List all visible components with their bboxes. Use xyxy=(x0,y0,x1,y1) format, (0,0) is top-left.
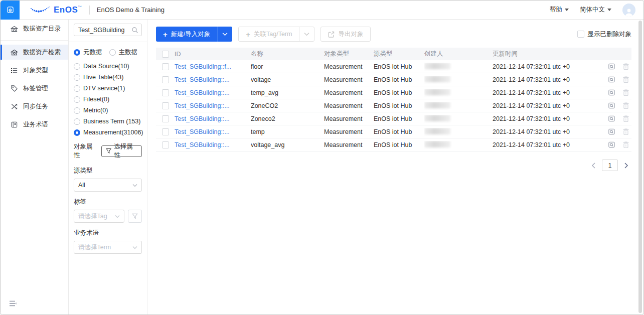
sidebar-item-label: 同步任务 xyxy=(23,102,48,111)
radio-business-term[interactable]: Business Term (153) xyxy=(74,116,142,126)
chevron-left-icon xyxy=(591,163,596,169)
preview-icon xyxy=(608,115,615,122)
row-id-link[interactable]: Test_SGBuilding::f... xyxy=(175,63,251,70)
show-deleted-checkbox[interactable] xyxy=(577,31,584,38)
page-number-input[interactable]: 1 xyxy=(602,160,618,171)
toolbar: +新建/导入对象 +关联Tag/Term 导出对象 显示已删除对象 xyxy=(156,27,631,42)
chevron-down-icon xyxy=(222,32,228,36)
view-detail-button[interactable] xyxy=(608,63,615,70)
create-import-label: 新建/导入对象 xyxy=(171,30,210,39)
row-checkbox[interactable] xyxy=(162,115,169,122)
next-page-button[interactable] xyxy=(623,162,629,170)
radio-icon xyxy=(74,118,80,125)
row-id-link[interactable]: Test_SGBuilding::... xyxy=(175,141,251,148)
radio-hive-table[interactable]: Hive Table(43) xyxy=(74,72,142,82)
view-detail-button[interactable] xyxy=(608,115,615,122)
row-object-type: Measurement xyxy=(324,128,374,135)
sidebar-item-label: 数据资产检索 xyxy=(23,48,61,57)
delete-button[interactable] xyxy=(622,128,629,135)
select-all-checkbox[interactable] xyxy=(162,51,169,58)
sidebar-item-data-asset-search[interactable]: 数据资产检索 xyxy=(1,45,68,60)
view-detail-button[interactable] xyxy=(608,76,615,83)
export-objects-button[interactable]: 导出对象 xyxy=(320,27,371,42)
search-input[interactable] xyxy=(78,27,130,34)
redacted-creator xyxy=(424,63,450,69)
view-detail-button[interactable] xyxy=(608,102,615,109)
view-detail-button[interactable] xyxy=(608,141,615,148)
row-object-type: Measurement xyxy=(324,76,374,83)
create-import-dropdown[interactable] xyxy=(217,27,232,42)
sidebar-item-sync-task[interactable]: 同步任务 xyxy=(1,99,68,114)
help-menu[interactable]: 帮助 xyxy=(550,6,569,14)
tag-select[interactable]: 请选择Tag xyxy=(74,210,124,223)
row-name: ZoneCO2 xyxy=(251,102,324,109)
objects-table: ID 名称 对象类型 源类型 创建人 更新时间 Test_SGBuilding:… xyxy=(156,48,631,151)
row-checkbox[interactable] xyxy=(162,76,169,83)
redacted-creator xyxy=(424,76,450,82)
enos-logo: EnOS™ xyxy=(30,5,82,15)
radio-data-source[interactable]: Data Source(10) xyxy=(74,61,142,71)
top-header: EnOS™ EnOS Demo & Training 帮助 简体中文 xyxy=(1,1,643,20)
radio-measurement[interactable]: Measurement(31006) xyxy=(74,127,142,137)
delete-button[interactable] xyxy=(622,76,629,83)
sidebar-item-data-asset-catalog[interactable]: 数据资产目录 xyxy=(1,21,68,36)
sidebar-item-object-type[interactable]: 对象类型 xyxy=(1,63,68,78)
row-source-type: EnOS iot Hub xyxy=(374,141,424,148)
row-name: voltage_avg xyxy=(251,141,324,148)
business-term-select[interactable]: 请选择Term xyxy=(74,241,142,254)
row-id-link[interactable]: Test_SGBuilding::... xyxy=(175,128,251,135)
row-name: floor xyxy=(251,63,324,70)
radio-dtv-service[interactable]: DTV service(1) xyxy=(74,83,142,93)
funnel-icon xyxy=(132,213,138,219)
create-import-button[interactable]: +新建/导入对象 xyxy=(156,27,217,42)
row-id-link[interactable]: Test_SGBuilding::... xyxy=(175,89,251,96)
row-updated-time: 2021-12-14 07:32:01 utc +0 xyxy=(493,141,602,148)
source-type-value: All xyxy=(78,182,85,189)
chevron-right-icon xyxy=(624,163,628,169)
delete-button[interactable] xyxy=(622,115,629,122)
column-header-updated: 更新时间 xyxy=(493,50,602,58)
home-button[interactable] xyxy=(1,1,20,20)
tag-filter-button[interactable] xyxy=(128,210,142,223)
relate-tag-term-button[interactable]: +关联Tag/Term xyxy=(239,27,299,41)
delete-button[interactable] xyxy=(622,89,629,96)
row-id-link[interactable]: Test_SGBuilding::... xyxy=(175,115,251,122)
radio-metric[interactable]: Metric(0) xyxy=(74,105,142,115)
radio-masterdata[interactable]: 主数据 xyxy=(109,47,138,57)
radio-metadata[interactable]: 元数据 xyxy=(74,47,102,57)
prev-page-button[interactable] xyxy=(590,162,597,170)
row-id-link[interactable]: Test_SGBuilding::... xyxy=(175,102,251,109)
relate-tag-term-dropdown[interactable] xyxy=(299,27,314,41)
row-checkbox[interactable] xyxy=(162,102,169,109)
row-checkbox[interactable] xyxy=(162,128,169,135)
collapse-sidebar-icon[interactable] xyxy=(9,300,17,307)
row-id-link[interactable]: Test_SGBuilding::... xyxy=(175,76,251,83)
tag-placeholder: 请选择Tag xyxy=(78,212,107,221)
home-icon xyxy=(7,6,14,14)
asset-search-box xyxy=(74,24,142,36)
view-detail-button[interactable] xyxy=(608,89,615,96)
row-updated-time: 2021-12-14 07:32:01 utc +0 xyxy=(493,89,602,96)
language-menu[interactable]: 简体中文 xyxy=(580,6,611,14)
redacted-creator xyxy=(424,89,450,95)
vertical-scrollbar[interactable] xyxy=(638,21,642,313)
user-avatar[interactable] xyxy=(622,4,635,17)
row-checkbox[interactable] xyxy=(162,89,169,96)
select-attributes-button[interactable]: 选择属性 xyxy=(101,145,142,157)
row-checkbox[interactable] xyxy=(162,141,169,148)
delete-button[interactable] xyxy=(622,63,629,70)
sidebar-item-business-terms[interactable]: 业务术语 xyxy=(1,117,68,132)
radio-fileset[interactable]: Fileset(0) xyxy=(74,94,142,104)
sidebar-item-label: 标签管理 xyxy=(23,84,48,93)
row-object-type: Measurement xyxy=(324,141,374,148)
delete-button[interactable] xyxy=(622,141,629,148)
search-icon[interactable] xyxy=(131,27,138,34)
delete-button[interactable] xyxy=(622,102,629,109)
view-detail-button[interactable] xyxy=(608,128,615,135)
sidebar-item-tag-management[interactable]: 标签管理 xyxy=(1,81,68,96)
create-import-split-button: +新建/导入对象 xyxy=(156,27,232,42)
row-checkbox[interactable] xyxy=(162,63,169,70)
column-header-name: 名称 xyxy=(251,50,324,58)
source-type-select[interactable]: All xyxy=(74,179,142,192)
table-row: Test_SGBuilding::f... floor Measurement … xyxy=(156,60,631,73)
